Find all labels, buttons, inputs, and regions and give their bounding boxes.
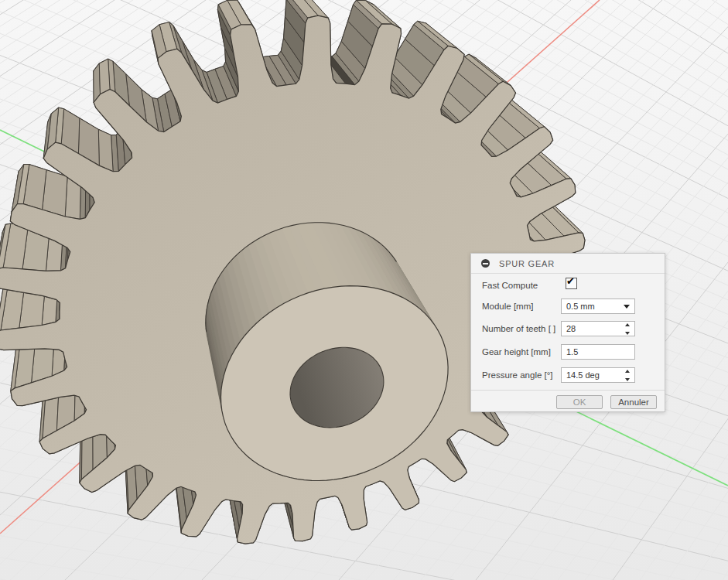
teeth-input[interactable]: 28 [561,321,635,336]
dialog-title: SPUR GEAR [499,259,555,268]
teeth-label: Number of teeth [ ] [482,321,555,336]
gear-height-label: Gear height [mm] [482,344,551,360]
gear-height-value: 1.5 [566,345,578,359]
module-label: Module [mm] [482,299,533,314]
ok-button[interactable]: OK [556,395,603,409]
spin-up-icon [625,370,630,373]
pressure-angle-value: 14.5 deg [566,368,600,382]
pressure-angle-input[interactable]: 14.5 deg [561,367,635,383]
check-icon: ✔ [566,275,575,287]
module-value: 0.5 mm [566,299,595,313]
fast-compute-checkbox[interactable]: ✔ [566,278,577,289]
chevron-down-icon [624,305,630,309]
teeth-value: 28 [566,322,576,336]
3d-viewport[interactable]: SPUR GEAR Fast Compute ✔ Module [mm] 0.5… [0,0,728,580]
spin-down-icon [625,332,630,335]
spinner-buttons[interactable] [624,370,631,381]
minus-circle-icon[interactable] [481,259,490,268]
gear-height-input[interactable]: 1.5 [561,344,635,360]
dialog-titlebar[interactable]: SPUR GEAR [471,254,665,274]
spin-up-icon [625,323,630,326]
module-dropdown[interactable]: 0.5 mm [561,299,635,314]
fast-compute-label: Fast Compute [482,278,538,293]
cancel-button[interactable]: Annuler [610,395,657,409]
spinner-buttons[interactable] [624,323,631,335]
spur-gear-dialog: SPUR GEAR Fast Compute ✔ Module [mm] 0.5… [470,253,665,412]
pressure-angle-label: Pressure angle [°] [482,367,553,383]
footer-separator [471,390,665,391]
spin-down-icon [625,378,630,381]
